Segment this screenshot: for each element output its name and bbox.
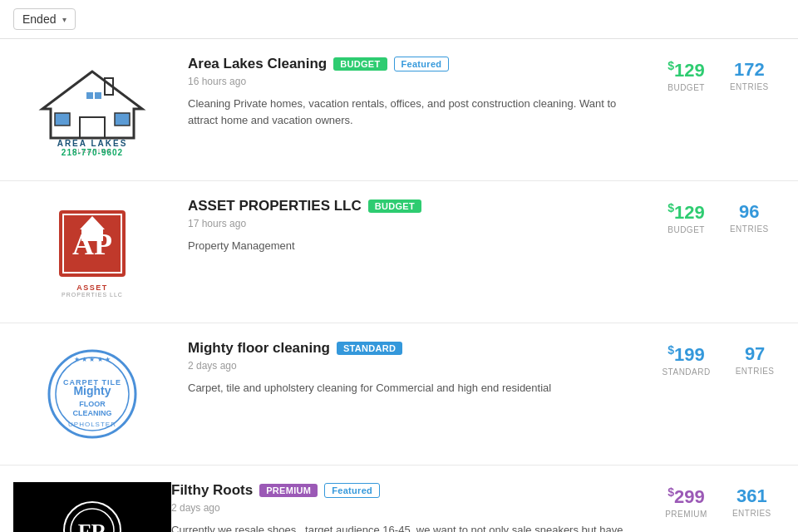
listing-content: Mighty floor cleaning STANDARD 2 days ag… [188,340,652,397]
listings-container: AREA LAKES CLEANING 218-770-9602 Area La… [0,39,798,532]
listing-stats: $129 BUDGET 96 ENTRIES [652,198,785,234]
title-row: ASSET PROPERTIES LLC BUDGET [188,198,635,214]
listing-content: Filthy Roots PREMIUM Featured 2 days ago… [171,482,652,532]
budget-stat: $129 BUDGET [667,59,705,92]
badge-budget: BUDGET [333,57,387,71]
svg-rect-5 [86,92,93,99]
svg-text:★ ★ ★ ★ ★: ★ ★ ★ ★ ★ [74,356,111,363]
badge-featured: Featured [394,57,450,71]
listing-description: Currently we resale shoes , target audie… [171,522,635,532]
svg-marker-0 [42,71,142,138]
listing-stats: $299 PREMIUM 361 ENTRIES [652,482,785,519]
listing-time: 2 days ago [171,502,635,514]
title-row: Area Lakes Cleaning BUDGET Featured [188,56,635,72]
svg-rect-1 [80,117,105,138]
listing-item: FR FILTHY ROOTS Filthy Roots PREMIUM Fea… [0,466,798,532]
budget-stat: $299 PREMIUM [665,485,707,519]
entries-stat: 172 ENTRIES [730,59,769,92]
listing-item: ★ ★ ★ ★ ★ CARPET TILE Mighty FLOOR CLEAN… [0,323,798,466]
entries-stat: 97 ENTRIES [736,343,775,377]
logo-asset: AP ASSET PROPERTIES LLC [13,198,171,306]
entries-value: 97 [736,343,775,365]
listing-time: 2 days ago [188,360,635,372]
listing-title: Mighty floor cleaning [188,340,330,357]
svg-text:FR: FR [77,520,106,533]
svg-text:FLOOR: FLOOR [79,400,106,408]
logo-filthy: FR FILTHY ROOTS [13,482,171,532]
listing-content: Area Lakes Cleaning BUDGET Featured 16 h… [188,56,652,128]
entries-value: 96 [730,201,769,223]
badge-featured: Featured [324,483,380,498]
header-bar: Ended ▾ [0,0,798,39]
budget-value: $199 [662,343,710,366]
listing-description: Carpet, tile and upholstery cleaning for… [188,380,635,397]
logo-mighty: ★ ★ ★ ★ ★ CARPET TILE Mighty FLOOR CLEAN… [13,340,171,448]
logo-area-lakes: AREA LAKES CLEANING 218-770-9602 [13,56,171,164]
listing-item: AREA LAKES CLEANING 218-770-9602 Area La… [0,39,798,181]
entries-value: 361 [732,485,771,507]
budget-value: $299 [665,485,707,508]
listing-stats: $129 BUDGET 172 ENTRIES [652,56,785,92]
budget-label: PREMIUM [665,510,707,519]
entries-stat: 361 ENTRIES [732,485,771,519]
entries-value: 172 [730,59,769,81]
chevron-down-icon: ▾ [62,15,66,24]
stat-group: $299 PREMIUM 361 ENTRIES [665,485,771,519]
svg-text:AREA LAKES: AREA LAKES [57,139,128,148]
listing-title: Area Lakes Cleaning [188,56,327,72]
svg-text:CLEANING: CLEANING [72,409,111,417]
listing-description: Cleaning Private homes, vacation rentals… [188,96,635,128]
title-row: Filthy Roots PREMIUM Featured [171,482,635,499]
budget-value: $129 [667,201,705,224]
ended-dropdown[interactable]: Ended ▾ [13,8,76,30]
entries-label: ENTRIES [732,509,771,518]
badge-budget: BUDGET [368,200,421,213]
svg-rect-3 [115,113,130,126]
title-row: Mighty floor cleaning STANDARD [188,340,635,357]
entries-label: ENTRIES [730,82,769,91]
budget-value: $129 [667,59,705,81]
entries-label: ENTRIES [736,367,775,376]
budget-label: BUDGET [667,83,705,92]
budget-stat: $199 STANDARD [662,343,710,377]
listing-stats: $199 STANDARD 97 ENTRIES [652,340,785,377]
badge-standard: STANDARD [337,342,402,355]
svg-rect-2 [55,113,70,126]
svg-text:Mighty: Mighty [73,384,111,397]
dropdown-label: Ended [22,12,56,26]
svg-text:UPHOLSTER: UPHOLSTER [68,421,116,428]
budget-stat: $129 BUDGET [667,201,705,234]
listing-description: Property Management [188,238,635,254]
listing-content: ASSET PROPERTIES LLC BUDGET 17 hours ago… [188,198,652,254]
budget-label: STANDARD [662,367,710,377]
stat-group: $129 BUDGET 172 ENTRIES [667,59,769,92]
stat-group: $199 STANDARD 97 ENTRIES [662,343,774,377]
listing-time: 17 hours ago [188,218,635,229]
entries-label: ENTRIES [730,224,769,234]
listing-title: ASSET PROPERTIES LLC [188,198,362,214]
listing-time: 16 hours ago [188,76,635,87]
budget-label: BUDGET [667,225,705,234]
badge-premium: PREMIUM [259,484,318,497]
stat-group: $129 BUDGET 96 ENTRIES [667,201,769,234]
entries-stat: 96 ENTRIES [730,201,769,234]
listing-title: Filthy Roots [171,482,253,499]
listing-item: AP ASSET PROPERTIES LLC ASSET PROPERTIES… [0,181,798,323]
svg-rect-6 [95,92,101,99]
